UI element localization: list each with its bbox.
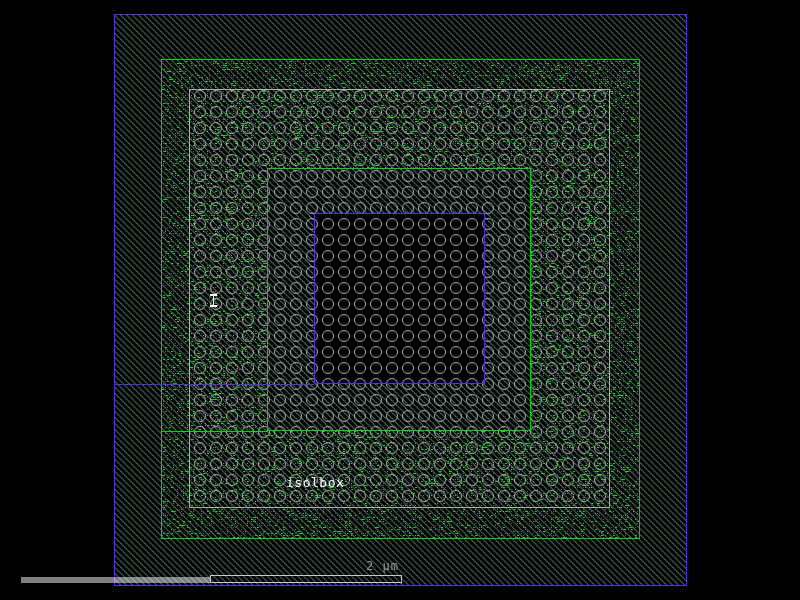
layout-viewport[interactable] — [0, 0, 800, 600]
cell-name-label: isolbox — [286, 475, 344, 490]
ibeam-cursor-icon — [210, 294, 217, 307]
layout-editor-window: isolbox 2 µm — [0, 0, 800, 600]
